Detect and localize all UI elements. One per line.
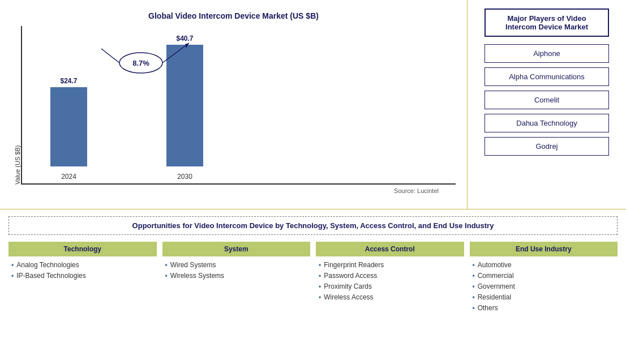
category-items-technology: • Analog Technologies • IP-Based Technol… — [8, 261, 157, 282]
svg-line-2 — [162, 43, 189, 63]
list-item: • Commercial — [473, 272, 618, 280]
bullet-icon: • — [11, 261, 14, 269]
category-header-system: System — [162, 242, 311, 256]
bullet-icon: • — [11, 272, 14, 280]
chart-title: Global Video Intercom Device Market (US … — [11, 11, 456, 20]
category-technology: Technology • Analog Technologies • IP-Ba… — [8, 242, 157, 315]
category-system: System • Wired Systems • Wireless System… — [162, 242, 311, 315]
bullet-icon: • — [319, 293, 321, 301]
list-item: • Password Access — [319, 272, 464, 280]
chart-content: $24.7 2024 $40.7 2030 — [21, 26, 456, 185]
player-item-aiphone: Aiphone — [484, 44, 609, 63]
player-item-comelit: Comelit — [484, 91, 609, 109]
category-header-technology: Technology — [8, 242, 157, 256]
bullet-icon: • — [473, 261, 475, 269]
category-items-access: • Fingerprint Readers • Password Access … — [316, 261, 464, 304]
cagr-annotation: 8.7% — [90, 32, 203, 91]
category-header-access: Access Control — [316, 242, 464, 256]
svg-text:8.7%: 8.7% — [132, 59, 149, 67]
bar-label-2024: 2024 — [61, 173, 76, 181]
bullet-icon: • — [319, 282, 321, 290]
list-item: • Fingerprint Readers — [319, 261, 464, 269]
category-access-control: Access Control • Fingerprint Readers • P… — [316, 242, 464, 315]
category-end-use: End Use Industry • Automotive • Commerci… — [470, 242, 618, 315]
list-item: • Government — [473, 282, 618, 290]
bars-container: $24.7 2024 $40.7 2030 — [21, 26, 456, 185]
bar-value-2024: $24.7 — [60, 77, 77, 85]
bar-2024 — [50, 87, 87, 166]
bullet-icon: • — [165, 261, 168, 269]
categories-row: Technology • Analog Technologies • IP-Ba… — [8, 242, 618, 315]
category-header-end-use: End Use Industry — [470, 242, 618, 256]
list-item: • Wired Systems — [165, 261, 311, 269]
player-item-godrej: Godrej — [484, 137, 609, 156]
list-item: • Wireless Access — [319, 293, 464, 301]
players-panel-title: Major Players of Video Intercom Device M… — [484, 8, 609, 37]
chart-wrapper: Value (US $B) $24.7 2024 $40.7 — [11, 26, 456, 185]
category-items-system: • Wired Systems • Wireless Systems — [162, 261, 311, 282]
main-container: Global Video Intercom Device Market (US … — [0, 0, 626, 364]
svg-marker-3 — [185, 43, 189, 48]
list-item: • Analog Technologies — [11, 261, 157, 269]
bottom-section: Opportunities for Video Intercom Device … — [0, 209, 626, 364]
list-item: • Others — [473, 304, 618, 312]
chart-area: Global Video Intercom Device Market (US … — [0, 0, 468, 209]
y-axis-label: Value (US $B) — [11, 26, 21, 185]
list-item: • Proximity Cards — [319, 282, 464, 290]
bullet-icon: • — [473, 282, 475, 290]
bar-group-2024: $24.7 2024 — [50, 77, 87, 166]
bullet-icon: • — [473, 304, 475, 312]
source-text: Source: Lucintel — [11, 187, 456, 194]
top-section: Global Video Intercom Device Market (US … — [0, 0, 626, 209]
opportunities-title: Opportunities for Video Intercom Device … — [8, 216, 618, 235]
list-item: • Automotive — [473, 261, 618, 269]
players-panel: Major Players of Video Intercom Device M… — [468, 0, 626, 209]
bar-label-2030: 2030 — [177, 173, 192, 181]
list-item: • Residential — [473, 293, 618, 301]
bullet-icon: • — [319, 261, 321, 269]
bullet-icon: • — [165, 272, 168, 280]
svg-line-4 — [101, 49, 119, 63]
list-item: • IP-Based Technologies — [11, 272, 157, 280]
bullet-icon: • — [473, 272, 475, 280]
category-items-end-use: • Automotive • Commercial • Government •… — [470, 261, 618, 315]
bullet-icon: • — [473, 293, 475, 301]
player-item-dahua: Dahua Technology — [484, 114, 609, 132]
bullet-icon: • — [319, 272, 321, 280]
player-item-alpha: Alpha Communications — [484, 67, 609, 86]
list-item: • Wireless Systems — [165, 272, 311, 280]
